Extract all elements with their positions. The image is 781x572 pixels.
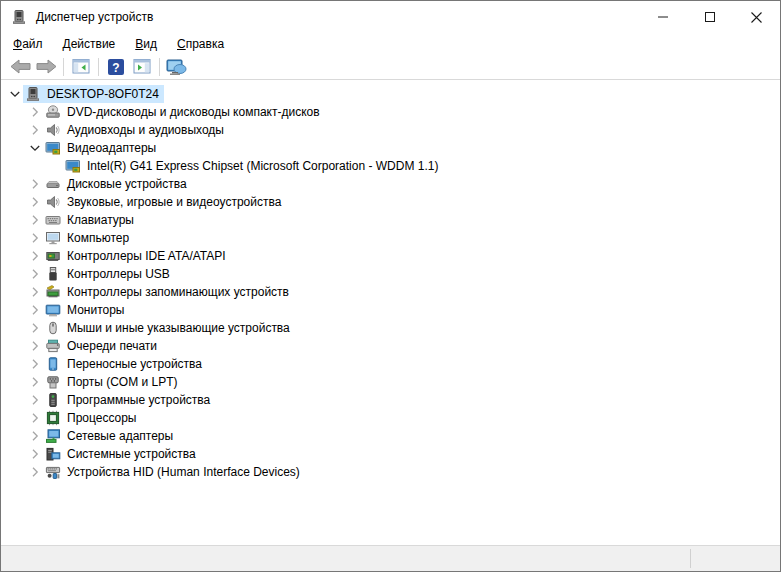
chevron-right-icon[interactable] <box>27 320 43 336</box>
tree-item[interactable]: Контроллеры IDE ATA/ATAPI <box>1 247 780 265</box>
maximize-icon <box>705 12 715 22</box>
toolbar: ? <box>1 54 780 80</box>
maximize-button[interactable] <box>686 1 733 33</box>
chevron-down-icon[interactable] <box>7 86 23 102</box>
chevron-right-icon[interactable] <box>27 410 43 426</box>
sound-icon <box>45 194 61 210</box>
audio-icon <box>45 122 61 138</box>
chevron-right-icon[interactable] <box>27 338 43 354</box>
chevron-right-icon[interactable] <box>27 284 43 300</box>
console-tree-icon <box>72 58 90 75</box>
minimize-button[interactable] <box>639 1 686 33</box>
tree-item[interactable]: Сетевые адаптеры <box>1 427 780 445</box>
tree-item-body[interactable]: DVD-дисководы и дисководы компакт-дисков <box>43 103 325 121</box>
tree-item[interactable]: Переносные устройства <box>1 355 780 373</box>
ide-controller-icon <box>45 248 61 264</box>
tree-item-body[interactable]: Очереди печати <box>43 337 162 355</box>
processor-icon <box>45 410 61 426</box>
close-button[interactable] <box>733 1 780 33</box>
tree-item[interactable]: Очереди печати <box>1 337 780 355</box>
tree-item-body[interactable]: Контроллеры IDE ATA/ATAPI <box>43 247 231 265</box>
tree-item[interactable]: Звуковые, игровые и видеоустройства <box>1 193 780 211</box>
chevron-right-icon[interactable] <box>27 176 43 192</box>
chevron-right-icon[interactable] <box>27 356 43 372</box>
console-tree-toggle-button[interactable] <box>68 56 94 78</box>
tree-item-body[interactable]: Intel(R) G41 Express Chipset (Microsoft … <box>63 157 443 175</box>
tree-item[interactable]: Дисковые устройства <box>1 175 780 193</box>
tree-item-body[interactable]: Контроллеры USB <box>43 265 175 283</box>
chevron-right-icon[interactable] <box>27 230 43 246</box>
tree-item[interactable]: Процессоры <box>1 409 780 427</box>
tree-item-body[interactable]: Дисковые устройства <box>43 175 192 193</box>
chevron-right-icon[interactable] <box>27 302 43 318</box>
tree-item[interactable]: Видеоадаптеры <box>1 139 780 157</box>
tree-item[interactable]: Устройства HID (Human Interface Devices) <box>1 463 780 481</box>
chevron-right-icon[interactable] <box>27 266 43 282</box>
chevron-down-icon[interactable] <box>27 140 43 156</box>
chevron-right-icon[interactable] <box>27 392 43 408</box>
computer-icon <box>25 86 41 102</box>
tree-item-body[interactable]: Мониторы <box>43 301 129 319</box>
chevron-right-icon[interactable] <box>27 446 43 462</box>
tree-item[interactable]: Порты (COM и LPT) <box>1 373 780 391</box>
chevron-right-icon[interactable] <box>27 374 43 390</box>
chevron-right-icon[interactable] <box>27 194 43 210</box>
action-pane-toggle-button[interactable] <box>129 56 155 78</box>
menu-action[interactable]: Действие <box>53 35 126 53</box>
help-icon: ? <box>107 58 125 76</box>
network-adapter-icon <box>45 428 61 444</box>
title-bar: Диспетчер устройств <box>1 1 780 33</box>
tree-item[interactable]: Программные устройства <box>1 391 780 409</box>
menu-file[interactable]: Файл <box>3 35 53 53</box>
tree-item-label: Переносные устройства <box>65 356 204 372</box>
tree-item-body[interactable]: Видеоадаптеры <box>43 139 161 157</box>
help-button[interactable]: ? <box>103 56 129 78</box>
tree-item[interactable]: Аудиовходы и аудиовыходы <box>1 121 780 139</box>
forward-button[interactable] <box>33 56 59 78</box>
tree-item-body[interactable]: Аудиовходы и аудиовыходы <box>43 121 229 139</box>
tree-item-body[interactable]: Порты (COM и LPT) <box>43 373 183 391</box>
tree-item[interactable]: Мыши и иные указывающие устройства <box>1 319 780 337</box>
portable-device-icon <box>45 356 61 372</box>
tree-item[interactable]: Контроллеры USB <box>1 265 780 283</box>
menu-view[interactable]: Вид <box>125 35 167 53</box>
devices-icon <box>166 58 188 76</box>
chevron-right-icon[interactable] <box>27 122 43 138</box>
menu-help[interactable]: Справка <box>167 35 234 53</box>
chevron-right-icon[interactable] <box>27 428 43 444</box>
tree-item-body[interactable]: Клавиатуры <box>43 211 139 229</box>
tree-item[interactable]: Компьютер <box>1 229 780 247</box>
tree-item[interactable]: DVD-дисководы и дисководы компакт-дисков <box>1 103 780 121</box>
tree-item-body[interactable]: Устройства HID (Human Interface Devices) <box>43 463 305 481</box>
tree-item[interactable]: Мониторы <box>1 301 780 319</box>
tree-item-body[interactable]: Контроллеры запоминающих устройств <box>43 283 294 301</box>
tree-item-body[interactable]: Переносные устройства <box>43 355 207 373</box>
chevron-right-icon[interactable] <box>27 464 43 480</box>
chevron-right-icon[interactable] <box>27 104 43 120</box>
tree-item[interactable]: Intel(R) G41 Express Chipset (Microsoft … <box>1 157 780 175</box>
tree-item[interactable]: Контроллеры запоминающих устройств <box>1 283 780 301</box>
chevron-right-icon[interactable] <box>27 248 43 264</box>
tree-item-label: Контроллеры запоминающих устройств <box>65 284 291 300</box>
tree-item-body[interactable]: Звуковые, игровые и видеоустройства <box>43 193 286 211</box>
tree-item-body[interactable]: Программные устройства <box>43 391 215 409</box>
tree-item-body[interactable]: Системные устройства <box>43 445 201 463</box>
scan-hardware-button[interactable] <box>164 56 190 78</box>
toolbar-separator <box>159 58 160 76</box>
dvd-drive-icon <box>45 104 61 120</box>
window-title: Диспетчер устройств <box>36 10 639 24</box>
selected-tree-item-body[interactable]: DESKTOP-8OF0T24 <box>23 85 164 103</box>
back-button[interactable] <box>7 56 33 78</box>
chevron-right-icon[interactable] <box>27 212 43 228</box>
tree-item-body[interactable]: Сетевые адаптеры <box>43 427 178 445</box>
tree-item[interactable]: DESKTOP-8OF0T24 <box>1 85 780 103</box>
tree-item-label: Мониторы <box>65 302 126 318</box>
tree-item-body[interactable]: Процессоры <box>43 409 142 427</box>
tree-item-label: Клавиатуры <box>65 212 136 228</box>
tree-item-body[interactable]: Компьютер <box>43 229 134 247</box>
tree-item-body[interactable]: Мыши и иные указывающие устройства <box>43 319 295 337</box>
display-adapter-icon <box>65 158 81 174</box>
tree-item[interactable]: Клавиатуры <box>1 211 780 229</box>
tree-item[interactable]: Системные устройства <box>1 445 780 463</box>
tree-item-label: Контроллеры IDE ATA/ATAPI <box>65 248 228 264</box>
